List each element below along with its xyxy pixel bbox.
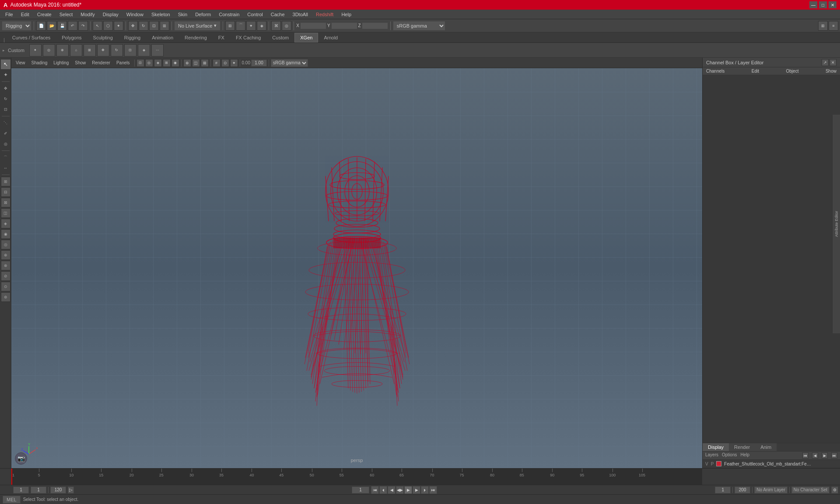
snap-point-btn[interactable]: ✦ [246, 21, 256, 31]
ch-tab-channels[interactable]: Channels [704, 68, 726, 74]
undo-btn[interactable]: ↶ [68, 21, 77, 31]
shelf-btn-9[interactable]: ◈ [138, 44, 150, 56]
layer-nav-prev[interactable]: ◀ [812, 452, 818, 458]
transform-btn[interactable]: ⊞ [160, 21, 169, 31]
soft-mod-btn[interactable]: ⋱ [1, 118, 10, 128]
pb-play-back[interactable]: ◀▶ [396, 486, 404, 494]
scale-tool-btn-left[interactable]: ⊡ [1, 105, 10, 114]
menu-skeleton[interactable]: Skeleton [148, 10, 174, 19]
snap-surface-btn[interactable]: ◈ [257, 21, 266, 31]
vp-icon-camera[interactable]: ⊙ [221, 59, 229, 67]
vp-icon-wireframe[interactable]: ⊡ [136, 59, 144, 67]
tab-fx-caching[interactable]: FX Caching [230, 33, 266, 42]
tab-fx[interactable]: FX [213, 33, 230, 42]
rotate-tool-btn-left[interactable]: ↻ [1, 94, 10, 104]
range-start-input[interactable]: 1 [13, 486, 29, 494]
tab-polygons[interactable]: Polygons [56, 33, 87, 42]
layer-playback[interactable]: P [711, 462, 714, 466]
menu-3dto-all[interactable]: 3DtoAll [289, 10, 312, 19]
move-tool-btn[interactable]: ✥ [128, 21, 138, 31]
minimize-button[interactable]: — [809, 1, 817, 8]
open-file-btn[interactable]: 📂 [47, 21, 56, 31]
vp-icon-12[interactable]: ⊚ [1, 292, 10, 302]
shelf-btn-8[interactable]: ⊡ [124, 44, 136, 56]
menu-skin[interactable]: Skin [175, 10, 191, 19]
pb-step-fwd[interactable]: ⏵ [421, 486, 429, 494]
vp-icon-9[interactable]: ⊗ [1, 261, 10, 270]
menu-redshift[interactable]: Redshift [312, 10, 337, 19]
vp-icon-pivot[interactable]: ✦ [230, 59, 238, 67]
pb-go-end[interactable]: ⏭ [429, 486, 437, 494]
history-btn[interactable]: ⌘ [271, 21, 281, 31]
playback-max-input[interactable] [735, 486, 750, 494]
render-btn[interactable]: ◎ [282, 21, 291, 31]
playback-end-input[interactable] [715, 486, 731, 494]
layer-visibility[interactable]: V [705, 462, 708, 466]
tab-display[interactable]: Display [703, 443, 729, 451]
vp-icon-lights[interactable]: ◉ [172, 59, 179, 67]
options-menu[interactable]: Options [722, 452, 737, 458]
tab-xgen[interactable]: XGen [294, 33, 318, 42]
scale-tool-btn[interactable]: ⊡ [149, 21, 159, 31]
tab-curves-surfaces[interactable]: Curves / Surfaces [7, 33, 56, 42]
menu-deform[interactable]: Deform [192, 10, 214, 19]
tab-arnold[interactable]: Arnold [318, 33, 343, 42]
vp-icon-3[interactable]: ⊠ [1, 198, 10, 207]
layers-menu[interactable]: Layers [705, 452, 718, 458]
close-button[interactable]: ✕ [829, 1, 836, 8]
vp-menu-shading[interactable]: Shading [29, 60, 50, 66]
pb-play-fwd[interactable]: ▶ [404, 486, 412, 494]
sculpt-btn[interactable]: ✐ [1, 129, 10, 138]
vp-menu-renderer[interactable]: Renderer [89, 60, 113, 66]
vp-icon-shadow[interactable]: ⊕ [183, 59, 191, 67]
timeline-track[interactable]: 1 5 10 15 20 25 30 35 40 45 50 55 60 65 … [11, 469, 702, 485]
current-frame-input[interactable] [31, 486, 46, 494]
maximize-button[interactable]: □ [819, 1, 827, 8]
show-hide-btn[interactable]: ◎ [1, 139, 10, 149]
display-mode-select[interactable]: sRGB gamma [271, 59, 308, 67]
pb-next-key[interactable]: ▶ [413, 486, 420, 494]
vp-icon-shaded[interactable]: ◈ [154, 59, 162, 67]
panel-float-btn[interactable]: ↗ [822, 59, 829, 66]
snap-grid-btn[interactable]: ⊞ [225, 21, 235, 31]
shelf-btn-7[interactable]: ↻ [111, 44, 123, 56]
vp-icon-7[interactable]: ◎ [1, 240, 10, 249]
panel-layout-btn[interactable]: ⊞ [818, 21, 828, 31]
vp-icon-grid[interactable]: # [213, 59, 220, 67]
tab-rigging[interactable]: Rigging [119, 33, 146, 42]
ch-tab-object[interactable]: Object [784, 68, 801, 74]
coord-x-input[interactable] [300, 22, 326, 29]
curve-tool-btn[interactable]: ⌒ [1, 153, 10, 162]
vp-icon-ao[interactable]: ◫ [192, 59, 200, 67]
vp-menu-lighting[interactable]: Lighting [51, 60, 71, 66]
mode-dropdown[interactable]: Rigging [2, 21, 32, 31]
menu-constrain[interactable]: Constrain [215, 10, 243, 19]
menu-edit[interactable]: Edit [18, 10, 33, 19]
menu-cache[interactable]: Cache [267, 10, 288, 19]
vp-icon-xray[interactable]: ⊠ [201, 59, 209, 67]
menu-window[interactable]: Window [123, 10, 147, 19]
pb-step-back[interactable]: ⏴ [379, 486, 387, 494]
shelf-btn-6[interactable]: ✥ [97, 44, 109, 56]
vp-icon-texture[interactable]: ⊞ [163, 59, 171, 67]
tab-render-layer[interactable]: Render [729, 443, 755, 451]
rotate-tool-btn[interactable]: ↻ [139, 21, 148, 31]
viewport-canvas[interactable]: persp X Y Z 📷 [11, 68, 702, 468]
vp-icon-4[interactable]: ◫ [1, 208, 10, 218]
tab-animation[interactable]: Animation [146, 33, 179, 42]
frame-time-input[interactable] [251, 60, 267, 66]
snap-curve-btn[interactable]: ⌒ [236, 21, 245, 31]
vp-icon-10[interactable]: ⊘ [1, 271, 10, 281]
vp-icon-6[interactable]: ◉ [1, 229, 10, 239]
vp-menu-show[interactable]: Show [72, 60, 88, 66]
live-surface-dropdown[interactable]: No Live Surface ▾ [174, 21, 220, 31]
anim-end-frame-btn[interactable]: ▷ [68, 486, 74, 494]
tab-custom[interactable]: Custom [266, 33, 294, 42]
menu-file[interactable]: File [2, 10, 17, 19]
vp-icon-5[interactable]: ◈ [1, 219, 10, 228]
vp-icon-smooth[interactable]: ◎ [145, 59, 153, 67]
channel-box-toggle-btn[interactable]: ≡ [829, 21, 838, 31]
move-tool-btn-left[interactable]: ✥ [1, 84, 10, 93]
layer-name[interactable]: Feather_Shuttlecock_Old_mb_standart:Feat… [724, 462, 812, 466]
select-btn[interactable]: ↖ [93, 21, 102, 31]
